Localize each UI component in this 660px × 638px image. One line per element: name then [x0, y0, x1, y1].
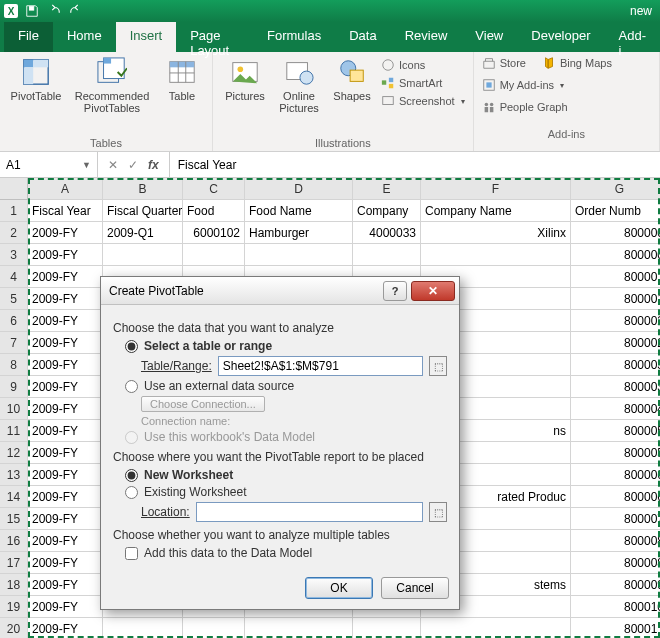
cell[interactable]: [103, 244, 183, 266]
enter-formula-icon[interactable]: ✓: [128, 158, 138, 172]
cell[interactable]: 2009-FY: [28, 618, 103, 638]
cell[interactable]: 2009-FY: [28, 420, 103, 442]
cell[interactable]: 800008: [571, 552, 660, 574]
cell[interactable]: Fiscal Year: [28, 200, 103, 222]
cell[interactable]: 800002: [571, 310, 660, 332]
cell[interactable]: 800010: [571, 596, 660, 618]
cell[interactable]: 2009-Q1: [103, 222, 183, 244]
people-graph-button[interactable]: People Graph: [482, 100, 568, 114]
cell[interactable]: 800001: [571, 288, 660, 310]
row-header[interactable]: 16: [0, 530, 28, 552]
tab-developer[interactable]: Developer: [517, 22, 604, 52]
cell[interactable]: 2009-FY: [28, 596, 103, 618]
option-new-worksheet[interactable]: New Worksheet: [125, 468, 447, 482]
cell[interactable]: 2009-FY: [28, 244, 103, 266]
row-header[interactable]: 10: [0, 398, 28, 420]
close-button[interactable]: ✕: [411, 281, 455, 301]
cell[interactable]: 2009-FY: [28, 552, 103, 574]
row-header[interactable]: 12: [0, 442, 28, 464]
cell[interactable]: [183, 244, 245, 266]
tab-home[interactable]: Home: [53, 22, 116, 52]
undo-icon[interactable]: [46, 3, 62, 19]
dialog-titlebar[interactable]: Create PivotTable ? ✕: [101, 277, 459, 305]
column-header[interactable]: G: [571, 178, 660, 200]
tab-insert[interactable]: Insert: [116, 22, 177, 52]
my-addins-button[interactable]: My Add-ins▾: [482, 78, 564, 92]
cell[interactable]: 2009-FY: [28, 486, 103, 508]
cell[interactable]: Hamburger: [245, 222, 353, 244]
cell[interactable]: 2009-FY: [28, 398, 103, 420]
cell[interactable]: Food Name: [245, 200, 353, 222]
row-header[interactable]: 20: [0, 618, 28, 638]
store-button[interactable]: Store: [482, 56, 526, 70]
table-button[interactable]: Table: [160, 56, 204, 102]
tab-formulas[interactable]: Formulas: [253, 22, 335, 52]
row-header[interactable]: 5: [0, 288, 28, 310]
row-header[interactable]: 1: [0, 200, 28, 222]
fx-icon[interactable]: fx: [148, 158, 159, 172]
tab-view[interactable]: View: [461, 22, 517, 52]
row-header[interactable]: 4: [0, 266, 28, 288]
cell[interactable]: 800003: [571, 376, 660, 398]
location-picker-icon[interactable]: ⬚: [429, 502, 447, 522]
cell[interactable]: 800000: [571, 244, 660, 266]
tab-data[interactable]: Data: [335, 22, 390, 52]
option-select-range[interactable]: Select a table or range: [125, 339, 447, 353]
row-header[interactable]: 13: [0, 464, 28, 486]
cell[interactable]: 800006: [571, 486, 660, 508]
tab-file[interactable]: File: [4, 22, 53, 52]
range-picker-icon[interactable]: ⬚: [429, 356, 447, 376]
radio-existing-worksheet[interactable]: [125, 486, 138, 499]
cell[interactable]: [421, 244, 571, 266]
table-range-input[interactable]: [218, 356, 423, 376]
tab-addins[interactable]: Add-i: [605, 22, 660, 52]
online-pictures-button[interactable]: Online Pictures: [275, 56, 323, 114]
formula-input[interactable]: Fiscal Year: [170, 152, 660, 177]
cell[interactable]: 2009-FY: [28, 288, 103, 310]
location-input[interactable]: [196, 502, 423, 522]
cell[interactable]: 800006: [571, 464, 660, 486]
pivottable-button[interactable]: PivotTable: [8, 56, 64, 102]
row-header[interactable]: 14: [0, 486, 28, 508]
cell[interactable]: [353, 618, 421, 638]
cell[interactable]: Xilinx: [421, 222, 571, 244]
cell[interactable]: 800001: [571, 266, 660, 288]
cell[interactable]: 6000102: [183, 222, 245, 244]
option-add-data-model[interactable]: Add this data to the Data Model: [125, 546, 447, 560]
row-header[interactable]: 9: [0, 376, 28, 398]
cell[interactable]: 800000: [571, 222, 660, 244]
row-header[interactable]: 19: [0, 596, 28, 618]
row-header[interactable]: 6: [0, 310, 28, 332]
option-external-source[interactable]: Use an external data source: [125, 379, 447, 393]
cell[interactable]: 2009-FY: [28, 222, 103, 244]
select-all-corner[interactable]: [0, 178, 28, 200]
radio-external-source[interactable]: [125, 380, 138, 393]
ok-button[interactable]: OK: [305, 577, 373, 599]
cell[interactable]: [245, 244, 353, 266]
recommended-pivottables-button[interactable]: Recommended PivotTables: [70, 56, 154, 114]
cell[interactable]: 2009-FY: [28, 310, 103, 332]
cell[interactable]: Company: [353, 200, 421, 222]
cell[interactable]: 800005: [571, 420, 660, 442]
row-header[interactable]: 2: [0, 222, 28, 244]
cell[interactable]: 2009-FY: [28, 376, 103, 398]
cell[interactable]: 2009-FY: [28, 508, 103, 530]
cell[interactable]: 2009-FY: [28, 442, 103, 464]
cell[interactable]: 800007: [571, 508, 660, 530]
cell[interactable]: [183, 618, 245, 638]
cancel-button[interactable]: Cancel: [381, 577, 449, 599]
smartart-button[interactable]: SmartArt: [381, 76, 465, 90]
save-icon[interactable]: [24, 3, 40, 19]
tab-page-layout[interactable]: Page Layout: [176, 22, 253, 52]
column-header[interactable]: C: [183, 178, 245, 200]
cell[interactable]: 2009-FY: [28, 530, 103, 552]
cell[interactable]: 800008: [571, 530, 660, 552]
option-existing-worksheet[interactable]: Existing Worksheet: [125, 485, 447, 499]
cell[interactable]: Fiscal Quarter: [103, 200, 183, 222]
cell[interactable]: 800009: [571, 574, 660, 596]
cell[interactable]: [353, 244, 421, 266]
cell[interactable]: Company Name: [421, 200, 571, 222]
row-header[interactable]: 18: [0, 574, 28, 596]
row-header[interactable]: 17: [0, 552, 28, 574]
cell[interactable]: Food: [183, 200, 245, 222]
